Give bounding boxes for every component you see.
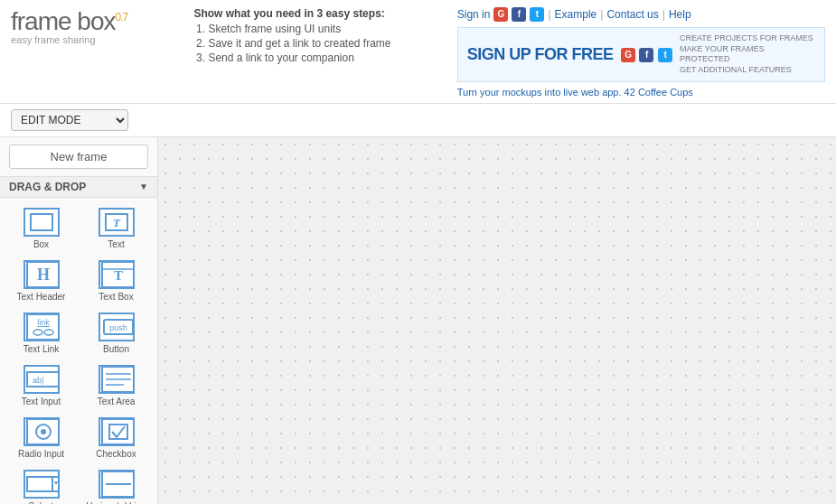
text-box-label: Text Box: [99, 292, 133, 302]
widget-box[interactable]: Box: [4, 201, 79, 254]
widget-text-area[interactable]: Text Area: [79, 359, 154, 411]
select-svg: [25, 470, 58, 499]
facebook-icon[interactable]: f: [512, 7, 526, 22]
logo-main: frame box: [11, 7, 116, 35]
text-header-label: Text Header: [17, 292, 66, 302]
svg-point-22: [41, 429, 46, 434]
widget-grid: Box T Text H: [0, 198, 157, 504]
button-svg: push: [100, 313, 133, 341]
svg-point-10: [33, 330, 42, 335]
widget-radio-input[interactable]: Radio Input: [4, 411, 79, 463]
text-area-svg: [100, 365, 133, 394]
section-label: DRAG & DROP: [9, 181, 86, 193]
box-svg: [29, 212, 54, 232]
select-icon: [23, 470, 60, 499]
widget-button[interactable]: push Button: [79, 306, 154, 359]
widget-text-box[interactable]: T Text Box: [79, 254, 154, 306]
box-label: Box: [33, 239, 49, 249]
radio-input-svg: [25, 417, 58, 446]
drag-drop-header[interactable]: DRAG & DROP ▼: [0, 176, 157, 198]
google-icon[interactable]: G: [493, 7, 508, 22]
logo-text: frame box0.7: [11, 7, 127, 36]
section-arrow: ▼: [139, 182, 148, 191]
svg-text:link: link: [37, 318, 50, 327]
instruction-step-2: Save it and get a link to created frame: [208, 37, 390, 50]
instructions: Show what you need in 3 easy steps: Sket…: [193, 7, 390, 66]
text-input-label: Text Input: [22, 397, 61, 406]
checkbox-label: Checkbox: [96, 449, 136, 459]
widget-text-input[interactable]: ab| Text Input: [4, 359, 79, 411]
radio-input-label: Radio Input: [18, 449, 64, 459]
top-right: Sign in G f t | Example | Contact us | H…: [457, 7, 825, 98]
signup-facebook-icon: f: [639, 48, 653, 62]
canvas-area[interactable]: [158, 137, 836, 504]
signup-banner[interactable]: SIGN UP FOR FREE G f t CREATE PROJECTS F…: [457, 27, 825, 82]
svg-text:push: push: [109, 323, 127, 332]
svg-point-11: [44, 330, 53, 335]
svg-rect-0: [31, 214, 52, 230]
logo-area: frame box0.7 easy frame sharing: [11, 7, 127, 45]
signup-twitter-icon: t: [658, 48, 672, 62]
signup-text: SIGN UP FOR FREE G f t: [467, 45, 672, 64]
text-link-svg: link: [25, 313, 58, 341]
widget-horizontal-line[interactable]: Horizontal Line: [79, 463, 154, 504]
text-area-label: Text Area: [98, 397, 136, 406]
text-header-svg: H: [25, 260, 58, 289]
widget-text[interactable]: T Text: [79, 201, 154, 254]
svg-text:T: T: [113, 268, 122, 283]
text-icon: T: [99, 208, 135, 237]
widget-text-header[interactable]: H Text Header: [4, 254, 79, 306]
promo-text[interactable]: Turn your mockups into live web app. 42 …: [457, 87, 693, 98]
signup-google-icon: G: [621, 48, 635, 62]
text-box-svg: T: [100, 260, 133, 289]
radio-input-icon: [23, 417, 60, 446]
widget-select[interactable]: Select: [4, 463, 79, 504]
help-link[interactable]: Help: [669, 8, 691, 21]
main-layout: New frame DRAG & DROP ▼ Box T: [0, 137, 836, 504]
hline-svg: [100, 470, 133, 499]
instruction-step-1: Sketch frame using UI units: [208, 23, 390, 35]
instructions-title: Show what you need in 3 easy steps:: [193, 7, 390, 20]
signin-link[interactable]: Sign in: [457, 8, 491, 21]
instructions-list: Sketch frame using UI units Save it and …: [208, 23, 390, 64]
text-input-icon: ab|: [23, 365, 60, 394]
box-icon: [23, 208, 60, 237]
contact-link[interactable]: Contact us: [606, 8, 658, 21]
example-link[interactable]: Example: [555, 8, 597, 21]
svg-text:H: H: [36, 266, 49, 284]
text-header-icon: H: [23, 260, 60, 289]
button-icon: push: [99, 313, 135, 341]
button-label: Button: [103, 344, 129, 354]
text-area-icon: [99, 365, 135, 394]
svg-text:ab|: ab|: [33, 376, 43, 385]
horizontal-line-icon: [99, 470, 135, 499]
widget-text-link[interactable]: link Text Link: [4, 306, 79, 359]
checkbox-svg: [100, 417, 133, 446]
text-box-icon: T: [99, 260, 135, 289]
sidebar: New frame DRAG & DROP ▼ Box T: [0, 137, 158, 504]
signup-side: CREATE PROJECTS FOR FRAMESMAKE YOUR FRAM…: [680, 33, 815, 76]
checkbox-icon: [99, 417, 135, 446]
widget-checkbox[interactable]: Checkbox: [79, 411, 154, 463]
twitter-icon[interactable]: t: [530, 7, 544, 22]
mode-bar: EDIT MODE VIEW MODE: [0, 104, 836, 137]
top-header: frame box0.7 easy frame sharing Show wha…: [0, 0, 836, 104]
svg-text:T: T: [113, 216, 121, 229]
top-links: Sign in G f t | Example | Contact us | H…: [457, 7, 691, 22]
text-link-label: Text Link: [23, 344, 59, 354]
logo-sub: easy frame sharing: [11, 34, 127, 45]
text-link-icon: link: [23, 313, 60, 341]
mode-select[interactable]: EDIT MODE VIEW MODE: [11, 109, 128, 131]
text-label: Text: [108, 239, 124, 249]
new-frame-button[interactable]: New frame: [9, 145, 148, 169]
text-svg: T: [104, 212, 129, 232]
text-input-svg: ab|: [25, 365, 58, 394]
instruction-step-3: Send a link to your companion: [208, 51, 390, 64]
logo-version: 0.7: [116, 11, 128, 23]
